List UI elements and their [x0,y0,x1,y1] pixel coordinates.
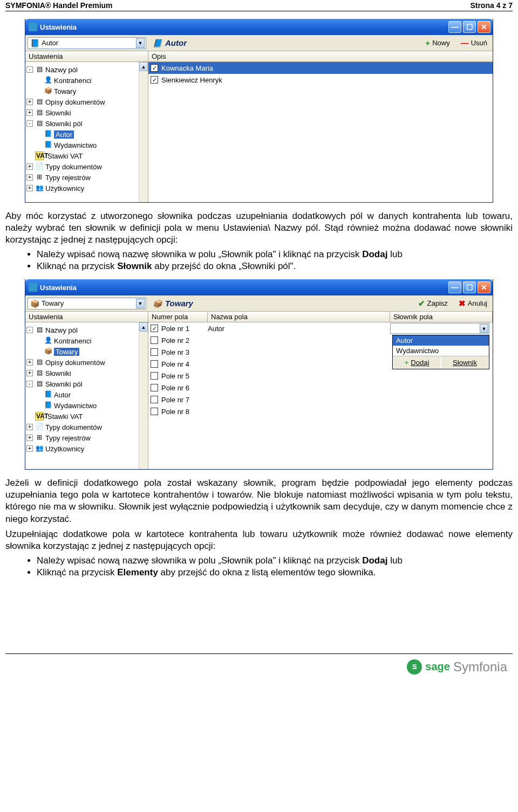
tree-item[interactable]: Typy dokumentów [45,423,102,431]
chevron-down-icon[interactable]: ▼ [136,38,145,48]
tree-item[interactable]: Nazwy pól [45,326,78,334]
expand-icon[interactable]: + [26,163,33,170]
fields-grid[interactable]: ✓ Pole nr 1 Autor ▼ Autor Wydawnictwo +D… [148,322,493,469]
checkbox-icon[interactable] [151,360,158,368]
expand-icon[interactable]: + [26,185,33,191]
checkbox-icon[interactable] [151,408,158,415]
expand-icon[interactable]: + [26,109,33,116]
dropdown-option[interactable]: Wydawnictwo [393,346,489,356]
checkbox-icon[interactable] [151,384,158,391]
tree-item[interactable]: Stawki VAT [47,412,83,421]
folder-icon: ▤ [35,326,44,334]
maximize-button[interactable]: ☐ [463,21,476,33]
new-button[interactable]: +Nowy [420,36,454,50]
delete-button[interactable]: —Usuń [456,36,492,50]
field-name-value[interactable]: Autor [205,325,389,333]
entries-list[interactable]: ✓Kownacka Maria ✓Sienkiewicz Henryk [148,62,493,202]
chevron-down-icon[interactable]: ▼ [480,324,488,333]
scroll-up-icon[interactable]: ▲ [139,322,148,332]
brand-sage: sage [425,660,450,673]
tree-item[interactable]: Typy rejestrów [45,174,91,182]
scroll-up-icon[interactable]: ▲ [139,62,148,71]
doc-header: SYMFONIA® Handel Premium Strona 4 z 7 [5,0,513,11]
checkbox-icon[interactable]: ✓ [151,76,158,84]
expand-icon[interactable]: + [26,174,33,181]
tree-item[interactable]: Wydawnictwo [54,141,97,149]
scrollbar[interactable]: ▲ [139,322,148,469]
minimize-button[interactable]: — [448,281,461,293]
tree-item[interactable]: Typy dokumentów [45,163,102,171]
register-icon: ⊞ [35,433,44,442]
list-item[interactable]: ✓Kownacka Maria [148,62,493,74]
book-icon: 📘 [153,39,162,47]
tree-item[interactable]: Słowniki [45,109,71,117]
tree-item[interactable]: Słowniki pól [45,120,83,128]
users-icon: 👥 [35,444,44,453]
table-row[interactable]: ✓ Pole nr 1 Autor ▼ Autor Wydawnictwo +D… [148,322,493,334]
tree-item[interactable]: Opisy dokumentów [45,359,105,367]
expand-icon[interactable]: + [26,445,33,452]
maximize-button[interactable]: ☐ [463,281,476,293]
minimize-button[interactable]: — [448,21,461,33]
tree-item[interactable]: Typy rejestrów [45,434,91,442]
tree-item[interactable]: Kontrahenci [54,337,91,345]
footer: S sage Symfonia [5,653,513,680]
tree-item[interactable]: Użytkownicy [45,184,84,192]
category-select[interactable]: 📦 Towary ▼ [28,298,146,309]
dict-icon: ▤ [35,108,44,117]
collapse-icon[interactable]: - [26,381,33,387]
dropdown-option[interactable]: Autor [393,335,489,346]
checkbox-icon[interactable] [151,336,158,344]
doc-icon: ▤ [35,358,44,367]
settings-tree[interactable]: -▤Nazwy pól 👤Kontrahenci 📦Towary +▤Opisy… [25,322,148,469]
tree-item[interactable]: Użytkownicy [45,445,84,453]
body-paragraph: Aby móc korzystać z utworzonego słownika… [5,210,513,246]
tree-item[interactable]: Towary [54,87,76,95]
tree-item[interactable]: Autor [54,391,71,399]
expand-icon[interactable]: + [26,435,33,441]
tree-item[interactable]: Opisy dokumentów [45,98,105,106]
left-header: Ustawienia [25,51,148,62]
table-row[interactable]: Pole nr 6 [148,382,493,394]
titlebar[interactable]: Ustawienia — ☐ ✕ [25,279,493,295]
tree-item-selected[interactable]: Autor [54,130,74,139]
box-icon: 📦 [44,87,52,95]
chevron-down-icon[interactable]: ▼ [136,299,145,308]
collapse-icon[interactable]: - [26,327,33,333]
expand-icon[interactable]: + [26,99,33,105]
titlebar[interactable]: Ustawienia — ☐ ✕ [25,19,493,35]
scrollbar[interactable]: ▲ [139,62,148,202]
checkbox-icon[interactable]: ✓ [151,64,158,72]
brand-logo: S sage Symfonia [407,659,507,675]
checkbox-icon[interactable] [151,396,158,403]
tree-item[interactable]: Słowniki pól [45,380,83,388]
close-button[interactable]: ✕ [478,281,490,293]
expand-icon[interactable]: + [26,370,33,376]
checkbox-icon[interactable]: ✓ [151,325,158,332]
checkbox-icon[interactable] [151,348,158,356]
settings-tree[interactable]: -▤Nazwy pól 👤Kontrahenci 📦Towary +▤Opisy… [25,62,148,202]
tree-item[interactable]: Wydawnictwo [54,402,97,410]
list-item[interactable]: ✓Sienkiewicz Henryk [148,74,493,86]
dict-button[interactable]: Słownik [441,356,489,369]
save-button[interactable]: ✔Zapisz [413,297,453,311]
collapse-icon[interactable]: - [26,66,33,73]
close-button[interactable]: ✕ [478,21,490,33]
expand-icon[interactable]: + [26,424,33,430]
tree-item[interactable]: Słowniki [45,369,71,377]
tree-item[interactable]: Nazwy pól [45,66,78,74]
table-row[interactable]: Pole nr 8 [148,405,493,417]
tree-item[interactable]: Kontrahenci [54,77,91,85]
bullet-item: Kliknąć na przycisk Słownik aby przejść … [37,261,513,272]
cancel-button[interactable]: ✖Anuluj [454,297,492,311]
expand-icon[interactable]: + [26,359,33,366]
add-button[interactable]: +Dodaj [393,356,441,369]
category-select[interactable]: 📘 Autor ▼ [28,37,146,49]
table-row[interactable]: Pole nr 7 [148,394,493,405]
collapse-icon[interactable]: - [26,120,33,127]
checkbox-icon[interactable] [151,372,158,380]
tree-item-selected[interactable]: Towary [54,348,79,356]
tree-item[interactable]: Stawki VAT [47,152,83,160]
dict-select[interactable]: ▼ [390,323,489,334]
table-row[interactable]: Pole nr 5 [148,370,493,382]
